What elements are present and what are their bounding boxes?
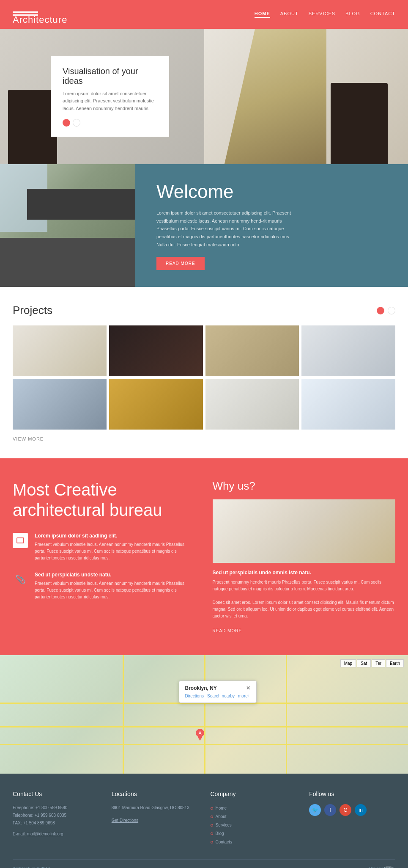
map-popup-close-button[interactable]: ✕: [246, 685, 250, 691]
linkedin-icon[interactable]: in: [355, 804, 367, 816]
feature-1-text: Lorem ipsum dolor sit aadling elit. Prae…: [35, 533, 196, 562]
nav-home[interactable]: HOME: [255, 11, 270, 18]
map-type-buttons: Map Sat Ter Earth: [340, 659, 404, 667]
feature-1-body: Praesent vebulum molestie lacus. Aenean …: [35, 541, 196, 562]
footer-email-link[interactable]: mail@demolink.org: [27, 832, 63, 836]
footer-telephone-label: Telephone:: [13, 813, 33, 818]
footer-email-label: E-mail:: [13, 832, 26, 836]
dot-inactive[interactable]: [73, 119, 80, 127]
hero-dots: [63, 119, 157, 127]
navigation: HOME ABOUT SERVICES BLOG CONTACT: [255, 11, 395, 18]
creative-title: Most Creative architectural bureau: [13, 479, 196, 520]
nav-contact[interactable]: CONTACT: [370, 11, 395, 18]
logo-text: Architecture: [13, 14, 38, 16]
map-pin-tail: [198, 737, 202, 741]
footer-company-contacts-label: Contacts: [216, 838, 232, 846]
footer-company-home[interactable]: Home: [211, 804, 297, 813]
nav-about[interactable]: ABOUT: [280, 11, 298, 18]
project-item-7[interactable]: [205, 379, 299, 430]
map-background: Map Sat Ter Earth Brooklyn, NY ✕ Directi…: [0, 655, 408, 774]
hero-title: Visualisation of your ideas: [63, 66, 157, 86]
map-type-sat[interactable]: Sat: [357, 659, 371, 667]
map-more-link[interactable]: more+: [238, 694, 250, 698]
twitter-icon[interactable]: 🐦: [309, 804, 321, 816]
facebook-icon[interactable]: f: [324, 804, 336, 816]
map-type-earth[interactable]: Earth: [386, 659, 404, 667]
footer-company-blog[interactable]: Blog: [211, 829, 297, 838]
projects-grid-row1: [13, 325, 395, 376]
view-more-link[interactable]: VIEW MORE: [13, 436, 395, 441]
map-section: Map Sat Ter Earth Brooklyn, NY ✕ Directi…: [0, 655, 408, 774]
feature-1: Lorem ipsum dolor sit aadling elit. Prae…: [13, 533, 196, 562]
map-type-map[interactable]: Map: [340, 659, 356, 667]
whyus-title: Why us?: [213, 479, 396, 493]
project-item-6[interactable]: [109, 379, 203, 430]
hero-chair-left: [8, 90, 57, 164]
whyus-read-more-link[interactable]: READ MORE: [213, 628, 242, 633]
hero-chair-right: [331, 83, 388, 164]
footer-freephone-label: Freephone:: [13, 805, 34, 810]
feature-1-title: Lorem ipsum dolor sit aadling elit.: [35, 533, 196, 539]
footer-contact-fax: FAX: +1 504 889 9698: [13, 819, 99, 827]
footer-locations-title: Locations: [112, 791, 198, 797]
clip-icon: [13, 572, 28, 587]
footer-link-dot: [211, 807, 213, 810]
whyus-subtitle: Sed ut perspiciatis unde omnis iste natu…: [213, 570, 396, 576]
project-item-5[interactable]: [13, 379, 107, 430]
footer-link-dot: [211, 816, 213, 818]
project-item-8[interactable]: [301, 379, 395, 430]
project-item-2[interactable]: [109, 325, 203, 376]
welcome-content: Welcome Lorem ipsum dolor sit amet conse…: [135, 164, 408, 287]
footer-get-directions-link[interactable]: Get Directions: [112, 818, 138, 823]
footer-company-blog-label: Blog: [216, 829, 224, 838]
project-item-4[interactable]: [301, 325, 395, 376]
map-directions-link[interactable]: Directions: [185, 694, 204, 698]
projects-title: Projects: [13, 304, 52, 317]
whyus-text1: Praesent nonummy hendrerit mauris Phasel…: [213, 579, 396, 592]
header: Architecture HOME ABOUT SERVICES BLOG CO…: [0, 0, 408, 29]
footer-contact-col: Contact Us Freephone: +1 800 559 6580 Te…: [13, 791, 99, 846]
footer-company-contacts[interactable]: Contacts: [211, 838, 297, 846]
footer-copyright: Architecture © 2014: [13, 866, 50, 868]
dot-active[interactable]: [63, 119, 70, 127]
projects-grid-row2: [13, 379, 395, 430]
footer-company-services[interactable]: Services: [211, 821, 297, 829]
projects-navigation: [377, 307, 395, 314]
footer-link-dot: [211, 841, 213, 843]
logo: Architecture: [13, 11, 38, 17]
footer-grid: Contact Us Freephone: +1 800 559 6580 Te…: [13, 791, 395, 846]
whyus-right: Why us? Sed ut perspiciatis unde omnis i…: [213, 479, 396, 634]
nav-blog[interactable]: BLOG: [345, 11, 360, 18]
creative-left: Most Creative architectural bureau Lorem…: [13, 479, 196, 634]
feature-2-title: Sed ut perspiciatis undste natu.: [35, 572, 196, 578]
welcome-text: Lorem ipsum dolor sit amet consectetuer …: [156, 209, 300, 248]
projects-nav-prev[interactable]: [377, 307, 384, 314]
footer-contact-freephone: Freephone: +1 800 559 6580: [13, 804, 99, 812]
footer-company-title: Company: [211, 791, 297, 797]
footer-company-about[interactable]: About: [211, 813, 297, 821]
projects-section: Projects VIEW MORE: [0, 287, 408, 458]
hero-section: Visualisation of your ideas Lorem ipsum …: [0, 29, 408, 164]
project-item-1[interactable]: [13, 325, 107, 376]
welcome-read-more-button[interactable]: READ MORE: [156, 257, 205, 270]
logo-bar: [13, 11, 38, 13]
feature-2-text: Sed ut perspiciatis undste natu. Praesen…: [35, 572, 196, 601]
kitchen-upper-cabinet: [27, 189, 135, 220]
footer-contact-telephone: Telephone: +1 959 603 6035: [13, 812, 99, 819]
map-search-nearby-link[interactable]: Search nearby: [207, 694, 235, 698]
footer-bottom: Architecture © 2014 Privacy Policy: [13, 859, 395, 868]
welcome-title: Welcome: [156, 181, 387, 202]
nav-services[interactable]: SERVICES: [309, 11, 335, 18]
footer-follow-col: Follow us 🐦 f G in: [309, 791, 395, 846]
map-popup: Brooklyn, NY ✕ Directions Search nearby …: [179, 681, 257, 703]
footer-link-dot: [211, 832, 213, 835]
map-popup-title-text: Brooklyn, NY: [185, 685, 217, 691]
project-item-3[interactable]: [205, 325, 299, 376]
projects-nav-next[interactable]: [388, 307, 395, 314]
google-plus-icon[interactable]: G: [340, 804, 351, 816]
footer: Contact Us Freephone: +1 800 559 6580 Te…: [0, 774, 408, 868]
footer-fax-label: FAX:: [13, 821, 22, 825]
map-type-ter[interactable]: Ter: [372, 659, 385, 667]
map-pin[interactable]: A: [196, 729, 204, 740]
footer-fax-value: +1 504 889 9698: [23, 821, 55, 825]
